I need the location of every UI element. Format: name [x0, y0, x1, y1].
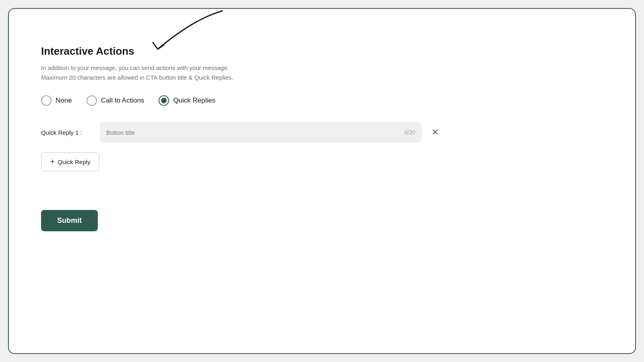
radio-circle-cta: [87, 95, 97, 106]
section-title: Interactive Actions: [41, 45, 603, 58]
radio-label-none: None: [56, 97, 72, 105]
radio-call-to-actions[interactable]: Call to Actions: [87, 95, 144, 106]
radio-label-cta: Call to Actions: [101, 97, 144, 105]
quick-reply-input[interactable]: [106, 129, 405, 136]
quick-reply-input-wrapper: 0/20: [100, 122, 422, 143]
quick-reply-label: Quick Reply 1 :: [41, 129, 93, 136]
radio-circle-none: [41, 95, 52, 106]
section-description: In addition to your message, you can sen…: [41, 63, 315, 82]
radio-circle-qr: [159, 95, 169, 106]
radio-quick-replies[interactable]: Quick Replies: [159, 95, 215, 106]
add-quick-reply-label: Quick Reply: [58, 158, 91, 165]
submit-button[interactable]: Submit: [41, 210, 98, 231]
description-line2: Maximum 20 characters are allowed in CTA…: [41, 74, 233, 81]
main-card: Interactive Actions In addition to your …: [8, 8, 636, 354]
description-line1: In addition to your message, you can sen…: [41, 64, 229, 71]
plus-icon: +: [50, 158, 55, 166]
radio-none[interactable]: None: [41, 95, 72, 106]
radio-label-qr: Quick Replies: [173, 97, 215, 105]
char-count: 0/20: [405, 129, 415, 136]
radio-group: None Call to Actions Quick Replies: [41, 95, 603, 106]
add-quick-reply-button[interactable]: + Quick Reply: [41, 152, 99, 171]
remove-quick-reply-button[interactable]: ✕: [428, 125, 442, 139]
quick-reply-row-1: Quick Reply 1 : 0/20 ✕: [41, 122, 603, 143]
